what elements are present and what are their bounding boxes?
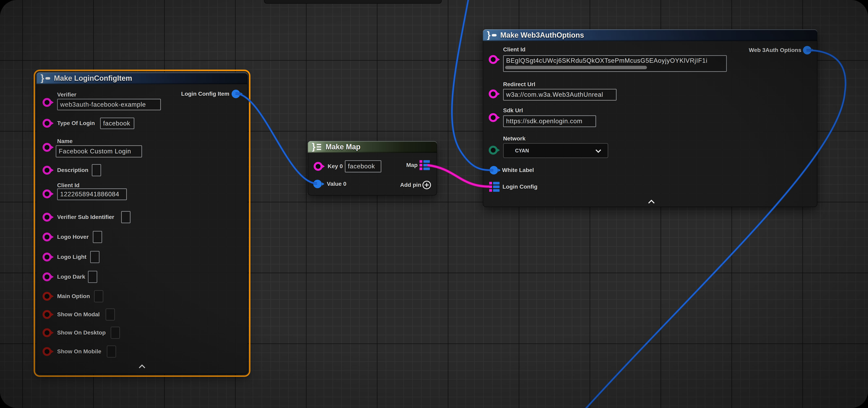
white-label-pin-label: White Label — [502, 167, 534, 173]
map-output-pin-label: Map — [406, 162, 417, 168]
logo-light-pin-label: Logo Light — [57, 254, 87, 260]
type-of-login-pin[interactable] — [42, 119, 52, 128]
verifier-input[interactable]: web3auth-facebook-example — [57, 99, 161, 110]
logo-light-pin[interactable] — [42, 252, 52, 262]
value0-pin[interactable] — [313, 180, 322, 188]
map-output-pin[interactable] — [420, 160, 430, 170]
description-pin[interactable] — [42, 166, 52, 175]
login-config-pin-label: Login Config — [502, 183, 537, 190]
node-header[interactable]: } Make Web3AuthOptions — [483, 29, 817, 41]
node-make-map[interactable]: } Make Map Key 0 facebook Map Value 0 Ad… — [308, 141, 437, 196]
node-make-loginconfigitem[interactable]: } Make LoginConfigItem Login Config Item… — [36, 72, 248, 374]
node-header[interactable]: } Make Map — [308, 141, 437, 153]
collapse-node-chevron-icon[interactable] — [647, 199, 655, 204]
client-id-pin-label: Client Id — [503, 46, 525, 53]
type-of-login-pin-label: Type Of Login — [57, 120, 95, 127]
show-on-mobile-pin-label: Show On Mobile — [57, 348, 101, 355]
name-pin[interactable] — [42, 143, 52, 152]
login-config-pin[interactable] — [489, 182, 500, 192]
sdk-url-input[interactable]: https://sdk.openlogin.com — [503, 115, 596, 127]
add-pin-label: Add pin — [400, 182, 421, 188]
network-dropdown-value: CYAN — [515, 148, 529, 154]
key0-pin-label: Key 0 — [328, 163, 343, 170]
client-id-input-scrollbar[interactable] — [505, 66, 647, 69]
white-label-pin[interactable] — [490, 166, 498, 174]
show-on-modal-checkbox[interactable] — [105, 308, 115, 320]
node-title: Make LoginConfigItem — [54, 74, 132, 82]
node-make-web3authoptions[interactable]: } Make Web3AuthOptions Web 3Auth Options… — [483, 29, 817, 207]
client-id-pin[interactable] — [42, 190, 52, 198]
name-input[interactable]: Facebook Custom Login — [56, 145, 142, 158]
main-option-pin[interactable] — [42, 292, 52, 301]
web3auth-options-output-pin[interactable] — [803, 46, 811, 55]
node-title: Make Map — [326, 143, 361, 151]
logo-dark-input[interactable] — [88, 271, 97, 283]
client-id-input[interactable]: 1222658941886084 — [57, 189, 127, 200]
wire-loginconfigitem-to-value0[interactable] — [236, 94, 317, 183]
output-pin-label: Web 3Auth Options — [749, 47, 801, 54]
main-option-checkbox[interactable] — [94, 290, 103, 302]
network-pin-label: Network — [503, 135, 525, 142]
client-id-pin[interactable] — [489, 55, 498, 64]
node-title: Make Web3AuthOptions — [500, 31, 584, 39]
make-struct-icon: } — [40, 74, 51, 83]
type-of-login-input[interactable]: facebook — [100, 117, 134, 129]
collapse-node-chevron-icon[interactable] — [138, 364, 146, 369]
client-id-pin-label: Client Id — [57, 182, 80, 189]
show-on-modal-pin-label: Show On Modal — [57, 311, 100, 318]
description-input[interactable] — [92, 164, 101, 176]
value0-pin-label: Value 0 — [327, 181, 346, 187]
show-on-modal-pin[interactable] — [42, 310, 52, 319]
logo-hover-pin-label: Logo Hover — [57, 234, 89, 240]
logo-hover-pin[interactable] — [42, 233, 52, 241]
login-config-item-output-pin[interactable] — [231, 90, 240, 98]
sdk-url-pin-label: Sdk Url — [503, 107, 523, 114]
offscreen-node-edge — [264, 0, 442, 4]
output-pin-label: Login Config Item — [181, 91, 229, 97]
logo-hover-input[interactable] — [93, 231, 102, 243]
name-pin-label: Name — [57, 138, 72, 144]
make-struct-icon: } — [487, 31, 497, 40]
key0-pin[interactable] — [314, 162, 322, 171]
description-pin-label: Description — [57, 167, 88, 173]
redirect-url-pin-label: Redirect Url — [503, 81, 535, 88]
logo-dark-pin-label: Logo Dark — [57, 274, 85, 280]
verifier-sub-identifier-pin-label: Verifier Sub Identifier — [57, 214, 114, 220]
logo-dark-pin[interactable] — [42, 272, 52, 281]
key0-input[interactable]: facebook — [345, 160, 381, 172]
redirect-url-pin[interactable] — [489, 90, 498, 98]
sdk-url-pin[interactable] — [489, 113, 498, 122]
svg-text:}: } — [487, 31, 491, 40]
verifier-sub-identifier-input[interactable] — [121, 211, 130, 223]
show-on-desktop-pin[interactable] — [42, 328, 52, 337]
logo-light-input[interactable] — [90, 251, 99, 263]
node-header[interactable]: } Make LoginConfigItem — [36, 72, 248, 84]
show-on-mobile-pin[interactable] — [42, 347, 52, 356]
chevron-down-icon — [595, 148, 602, 154]
wire-loginconfigitem-to-value0-glow — [236, 94, 317, 183]
verifier-pin[interactable] — [42, 98, 52, 107]
svg-text:}: } — [312, 142, 315, 151]
redirect-url-input[interactable]: w3a://com.w3a.Web3AuthUnreal — [503, 89, 617, 101]
show-on-mobile-checkbox[interactable] — [107, 345, 116, 358]
network-pin[interactable] — [489, 146, 498, 155]
client-id-input[interactable]: BEglQSgt4cUWcj6SKRdu5QkOXTsePmMcusG5EAoy… — [503, 55, 727, 72]
network-dropdown[interactable]: CYAN — [503, 143, 608, 158]
verifier-pin-label: Verifier — [57, 92, 76, 98]
show-on-desktop-pin-label: Show On Desktop — [57, 330, 106, 336]
svg-text:}: } — [40, 74, 44, 83]
show-on-desktop-checkbox[interactable] — [111, 327, 120, 339]
main-option-pin-label: Main Option — [57, 293, 90, 300]
verifier-sub-identifier-pin[interactable] — [42, 213, 52, 222]
add-pin-icon[interactable] — [422, 180, 431, 190]
make-map-icon: } — [312, 142, 322, 151]
blueprint-graph-canvas[interactable]: } Make LoginConfigItem Login Config Item… — [0, 0, 868, 408]
